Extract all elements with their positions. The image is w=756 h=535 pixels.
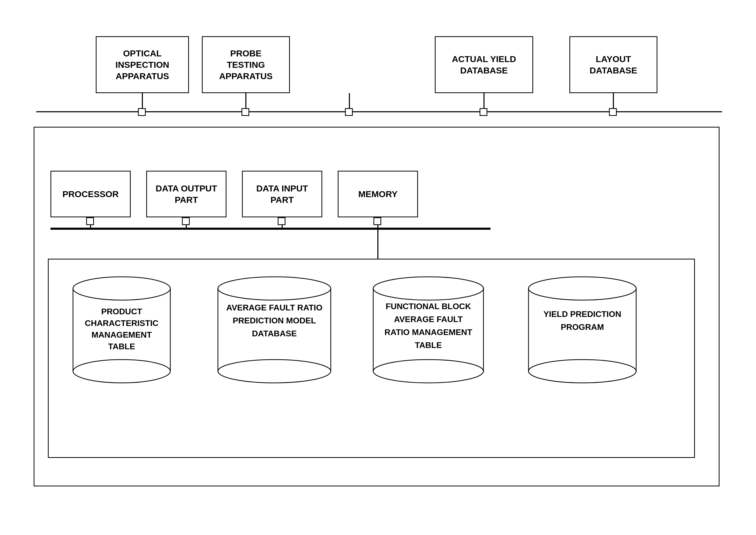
svg-text:PREDICTION MODEL: PREDICTION MODEL <box>233 316 316 325</box>
conn-memory <box>373 217 381 225</box>
yield-prog-cylinder: YIELD PREDICTION PROGRAM <box>528 274 637 404</box>
connector-mid <box>345 108 353 116</box>
probe-testing-box: PROBE TESTING APPARATUS <box>202 36 290 93</box>
svg-point-21 <box>529 360 636 383</box>
svg-point-9 <box>218 277 331 300</box>
svg-text:PRODUCT: PRODUCT <box>101 307 142 316</box>
svg-text:DATABASE: DATABASE <box>252 329 297 338</box>
svg-text:AVERAGE FAULT RATIO: AVERAGE FAULT RATIO <box>226 303 323 312</box>
svg-text:CHARACTERISTIC: CHARACTERISTIC <box>85 319 159 328</box>
svg-text:FUNCTIONAL BLOCK: FUNCTIONAL BLOCK <box>386 302 471 311</box>
svg-point-8 <box>218 360 331 383</box>
conn-processor <box>86 217 94 225</box>
func-block-cylinder: FUNCTIONAL BLOCK AVERAGE FAULT RATIO MAN… <box>373 274 484 404</box>
connector-probe <box>242 108 249 116</box>
conn-datain <box>278 217 285 225</box>
svg-point-14 <box>373 360 483 383</box>
connector-optical <box>138 108 146 116</box>
svg-point-1 <box>73 360 170 383</box>
svg-text:MANAGEMENT: MANAGEMENT <box>92 330 152 339</box>
memory-box: MEMORY <box>338 171 418 217</box>
svg-text:RATIO MANAGEMENT: RATIO MANAGEMENT <box>385 327 472 337</box>
conn-dataout <box>182 217 190 225</box>
actual-yield-box: ACTUAL YIELD DATABASE <box>435 36 533 93</box>
svg-point-2 <box>73 277 170 300</box>
svg-point-15 <box>373 277 483 300</box>
connector-layout <box>609 108 617 116</box>
processor-box: PROCESSOR <box>50 171 131 217</box>
svg-text:AVERAGE FAULT: AVERAGE FAULT <box>394 315 463 324</box>
avg-fault-cylinder: AVERAGE FAULT RATIO PREDICTION MODEL DAT… <box>218 274 331 404</box>
diagram: OPTICAL INSPECTION APPARATUS PROBE TESTI… <box>0 0 756 535</box>
svg-text:YIELD PREDICTION: YIELD PREDICTION <box>543 309 621 319</box>
svg-point-22 <box>529 277 636 300</box>
optical-inspection-box: OPTICAL INSPECTION APPARATUS <box>96 36 189 93</box>
internal-bus <box>50 228 490 230</box>
data-output-box: DATA OUTPUT PART <box>146 171 226 217</box>
svg-text:PROGRAM: PROGRAM <box>561 322 604 332</box>
data-input-box: DATA INPUT PART <box>242 171 322 217</box>
svg-text:TABLE: TABLE <box>415 340 442 350</box>
layout-db-box: LAYOUT DATABASE <box>569 36 657 93</box>
svg-rect-0 <box>73 289 170 371</box>
connector-actual <box>480 108 487 116</box>
product-char-cylinder: PRODUCT CHARACTERISTIC MANAGEMENT TABLE <box>73 274 171 404</box>
svg-text:TABLE: TABLE <box>108 342 135 351</box>
